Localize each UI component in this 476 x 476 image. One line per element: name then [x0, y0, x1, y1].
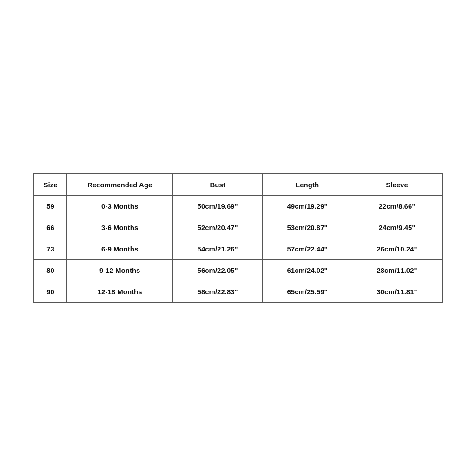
table-row: 590-3 Months50cm/19.69"49cm/19.29"22cm/8… [34, 195, 442, 217]
cell-size: 90 [34, 281, 67, 302]
cell-bust: 50cm/19.69" [173, 195, 263, 217]
cell-length: 57cm/22.44" [263, 238, 352, 259]
size-chart-table: Size Recommended Age Bust Length Sleeve … [34, 174, 442, 303]
cell-bust: 54cm/21.26" [173, 238, 263, 259]
table-row: 663-6 Months52cm/20.47"53cm/20.87"24cm/9… [34, 217, 442, 238]
header-age: Recommended Age [67, 174, 173, 195]
cell-age: 6-9 Months [67, 238, 173, 259]
header-length: Length [263, 174, 352, 195]
cell-sleeve: 28cm/11.02" [352, 259, 442, 281]
cell-size: 66 [34, 217, 67, 238]
cell-length: 61cm/24.02" [263, 259, 352, 281]
header-sleeve: Sleeve [352, 174, 442, 195]
cell-length: 65cm/25.59" [263, 281, 352, 302]
cell-length: 49cm/19.29" [263, 195, 352, 217]
cell-sleeve: 22cm/8.66" [352, 195, 442, 217]
cell-bust: 58cm/22.83" [173, 281, 263, 302]
cell-sleeve: 26cm/10.24" [352, 238, 442, 259]
table-row: 736-9 Months54cm/21.26"57cm/22.44"26cm/1… [34, 238, 442, 259]
size-chart-container: Size Recommended Age Bust Length Sleeve … [33, 173, 443, 303]
cell-size: 80 [34, 259, 67, 281]
cell-sleeve: 24cm/9.45" [352, 217, 442, 238]
table-header-row: Size Recommended Age Bust Length Sleeve [34, 174, 442, 195]
cell-age: 12-18 Months [67, 281, 173, 302]
cell-length: 53cm/20.87" [263, 217, 352, 238]
cell-age: 0-3 Months [67, 195, 173, 217]
cell-age: 3-6 Months [67, 217, 173, 238]
cell-size: 73 [34, 238, 67, 259]
header-size: Size [34, 174, 67, 195]
header-bust: Bust [173, 174, 263, 195]
cell-size: 59 [34, 195, 67, 217]
cell-bust: 56cm/22.05" [173, 259, 263, 281]
table-row: 809-12 Months56cm/22.05"61cm/24.02"28cm/… [34, 259, 442, 281]
cell-age: 9-12 Months [67, 259, 173, 281]
cell-bust: 52cm/20.47" [173, 217, 263, 238]
table-row: 9012-18 Months58cm/22.83"65cm/25.59"30cm… [34, 281, 442, 302]
cell-sleeve: 30cm/11.81" [352, 281, 442, 302]
